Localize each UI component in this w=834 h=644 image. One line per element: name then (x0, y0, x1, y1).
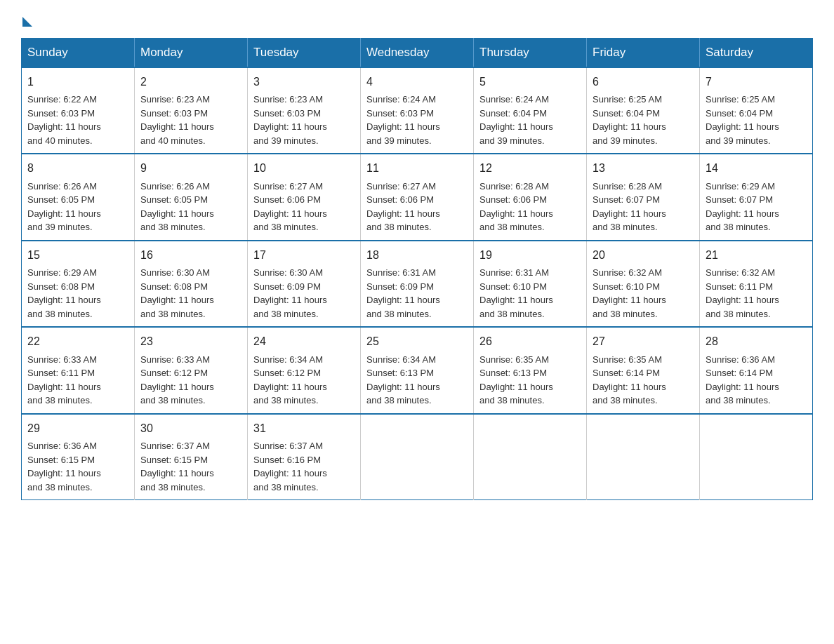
day-number: 3 (253, 74, 355, 90)
day-info: Sunrise: 6:32 AMSunset: 6:10 PMDaylight:… (593, 267, 666, 319)
day-info: Sunrise: 6:27 AMSunset: 6:06 PMDaylight:… (253, 181, 327, 233)
calendar-day: 17Sunrise: 6:30 AMSunset: 6:09 PMDayligh… (248, 241, 361, 327)
calendar-table: SundayMondayTuesdayWednesdayThursdayFrid… (21, 38, 813, 500)
calendar-day: 20Sunrise: 6:32 AMSunset: 6:10 PMDayligh… (587, 241, 700, 327)
calendar-day: 2Sunrise: 6:23 AMSunset: 6:03 PMDaylight… (135, 67, 248, 154)
calendar-day: 16Sunrise: 6:30 AMSunset: 6:08 PMDayligh… (135, 241, 248, 327)
day-number: 27 (593, 333, 694, 349)
calendar-day: 12Sunrise: 6:28 AMSunset: 6:06 PMDayligh… (474, 154, 587, 240)
day-number: 25 (366, 333, 468, 349)
calendar-day: 22Sunrise: 6:33 AMSunset: 6:11 PMDayligh… (22, 327, 135, 413)
weekday-header-monday: Monday (135, 39, 248, 68)
calendar-day: 21Sunrise: 6:32 AMSunset: 6:11 PMDayligh… (700, 241, 813, 327)
calendar-week-4: 22Sunrise: 6:33 AMSunset: 6:11 PMDayligh… (22, 327, 813, 413)
day-number: 11 (366, 160, 468, 176)
calendar-day: 14Sunrise: 6:29 AMSunset: 6:07 PMDayligh… (700, 154, 813, 240)
day-info: Sunrise: 6:32 AMSunset: 6:11 PMDaylight:… (706, 267, 779, 319)
calendar-day: 10Sunrise: 6:27 AMSunset: 6:06 PMDayligh… (248, 154, 361, 240)
day-number: 2 (140, 74, 241, 90)
calendar-day: 25Sunrise: 6:34 AMSunset: 6:13 PMDayligh… (361, 327, 474, 413)
day-number: 19 (479, 247, 581, 263)
calendar-day: 26Sunrise: 6:35 AMSunset: 6:13 PMDayligh… (474, 327, 587, 413)
calendar-day: 15Sunrise: 6:29 AMSunset: 6:08 PMDayligh… (22, 241, 135, 327)
day-number: 23 (140, 333, 241, 349)
logo (21, 14, 32, 24)
day-info: Sunrise: 6:29 AMSunset: 6:08 PMDaylight:… (27, 267, 101, 319)
day-number: 22 (27, 333, 128, 349)
day-info: Sunrise: 6:34 AMSunset: 6:12 PMDaylight:… (253, 354, 327, 406)
calendar-day: 23Sunrise: 6:33 AMSunset: 6:12 PMDayligh… (135, 327, 248, 413)
day-info: Sunrise: 6:24 AMSunset: 6:04 PMDaylight:… (479, 94, 553, 146)
day-info: Sunrise: 6:30 AMSunset: 6:08 PMDaylight:… (140, 267, 214, 319)
day-number: 30 (140, 420, 241, 436)
calendar-day: 19Sunrise: 6:31 AMSunset: 6:10 PMDayligh… (474, 241, 587, 327)
calendar-day (587, 414, 700, 500)
day-info: Sunrise: 6:23 AMSunset: 6:03 PMDaylight:… (140, 94, 214, 146)
day-number: 10 (253, 160, 355, 176)
calendar-day: 6Sunrise: 6:25 AMSunset: 6:04 PMDaylight… (587, 67, 700, 154)
day-number: 6 (593, 74, 694, 90)
weekday-header-saturday: Saturday (700, 39, 813, 68)
day-info: Sunrise: 6:36 AMSunset: 6:15 PMDaylight:… (27, 441, 101, 492)
day-number: 14 (706, 160, 807, 176)
logo-top (21, 14, 32, 27)
calendar-day: 18Sunrise: 6:31 AMSunset: 6:09 PMDayligh… (361, 241, 474, 327)
calendar-week-3: 15Sunrise: 6:29 AMSunset: 6:08 PMDayligh… (22, 241, 813, 327)
day-info: Sunrise: 6:27 AMSunset: 6:06 PMDaylight:… (366, 181, 440, 233)
day-number: 5 (479, 74, 581, 90)
day-info: Sunrise: 6:26 AMSunset: 6:05 PMDaylight:… (140, 181, 214, 233)
day-number: 8 (27, 160, 128, 176)
calendar-day: 7Sunrise: 6:25 AMSunset: 6:04 PMDaylight… (700, 67, 813, 154)
day-number: 13 (593, 160, 694, 176)
day-info: Sunrise: 6:23 AMSunset: 6:03 PMDaylight:… (253, 94, 327, 146)
calendar-day: 4Sunrise: 6:24 AMSunset: 6:03 PMDaylight… (361, 67, 474, 154)
calendar-day: 24Sunrise: 6:34 AMSunset: 6:12 PMDayligh… (248, 327, 361, 413)
day-info: Sunrise: 6:37 AMSunset: 6:15 PMDaylight:… (140, 441, 214, 492)
calendar-day: 1Sunrise: 6:22 AMSunset: 6:03 PMDaylight… (22, 67, 135, 154)
day-number: 17 (253, 247, 355, 263)
calendar-week-2: 8Sunrise: 6:26 AMSunset: 6:05 PMDaylight… (22, 154, 813, 240)
day-info: Sunrise: 6:25 AMSunset: 6:04 PMDaylight:… (593, 94, 666, 146)
weekday-header-friday: Friday (587, 39, 700, 68)
day-info: Sunrise: 6:31 AMSunset: 6:10 PMDaylight:… (479, 267, 553, 319)
calendar-day: 13Sunrise: 6:28 AMSunset: 6:07 PMDayligh… (587, 154, 700, 240)
day-number: 7 (706, 74, 807, 90)
calendar-day: 31Sunrise: 6:37 AMSunset: 6:16 PMDayligh… (248, 414, 361, 500)
day-number: 20 (593, 247, 694, 263)
calendar-day: 11Sunrise: 6:27 AMSunset: 6:06 PMDayligh… (361, 154, 474, 240)
day-info: Sunrise: 6:30 AMSunset: 6:09 PMDaylight:… (253, 267, 327, 319)
calendar-day: 27Sunrise: 6:35 AMSunset: 6:14 PMDayligh… (587, 327, 700, 413)
day-number: 15 (27, 247, 128, 263)
calendar-day: 5Sunrise: 6:24 AMSunset: 6:04 PMDaylight… (474, 67, 587, 154)
day-number: 4 (366, 74, 468, 90)
day-info: Sunrise: 6:29 AMSunset: 6:07 PMDaylight:… (706, 181, 779, 233)
day-info: Sunrise: 6:33 AMSunset: 6:11 PMDaylight:… (27, 354, 101, 406)
calendar-week-1: 1Sunrise: 6:22 AMSunset: 6:03 PMDaylight… (22, 67, 813, 154)
day-number: 12 (479, 160, 581, 176)
weekday-header-sunday: Sunday (22, 39, 135, 68)
day-number: 28 (706, 333, 807, 349)
calendar-day: 30Sunrise: 6:37 AMSunset: 6:15 PMDayligh… (135, 414, 248, 500)
day-info: Sunrise: 6:22 AMSunset: 6:03 PMDaylight:… (27, 94, 101, 146)
day-info: Sunrise: 6:37 AMSunset: 6:16 PMDaylight:… (253, 441, 327, 492)
day-info: Sunrise: 6:28 AMSunset: 6:07 PMDaylight:… (593, 181, 666, 233)
day-info: Sunrise: 6:33 AMSunset: 6:12 PMDaylight:… (140, 354, 214, 406)
day-info: Sunrise: 6:24 AMSunset: 6:03 PMDaylight:… (366, 94, 440, 146)
weekday-header-wednesday: Wednesday (361, 39, 474, 68)
weekday-header-thursday: Thursday (474, 39, 587, 68)
calendar-day (474, 414, 587, 500)
day-number: 16 (140, 247, 241, 263)
day-info: Sunrise: 6:31 AMSunset: 6:09 PMDaylight:… (366, 267, 440, 319)
day-info: Sunrise: 6:36 AMSunset: 6:14 PMDaylight:… (706, 354, 779, 406)
day-number: 24 (253, 333, 355, 349)
day-info: Sunrise: 6:35 AMSunset: 6:13 PMDaylight:… (479, 354, 553, 406)
calendar-day: 28Sunrise: 6:36 AMSunset: 6:14 PMDayligh… (700, 327, 813, 413)
weekday-header-tuesday: Tuesday (248, 39, 361, 68)
day-number: 29 (27, 420, 128, 436)
day-number: 21 (706, 247, 807, 263)
day-number: 26 (479, 333, 581, 349)
day-info: Sunrise: 6:35 AMSunset: 6:14 PMDaylight:… (593, 354, 666, 406)
calendar-day: 9Sunrise: 6:26 AMSunset: 6:05 PMDaylight… (135, 154, 248, 240)
calendar-week-5: 29Sunrise: 6:36 AMSunset: 6:15 PMDayligh… (22, 414, 813, 500)
calendar-day: 3Sunrise: 6:23 AMSunset: 6:03 PMDaylight… (248, 67, 361, 154)
